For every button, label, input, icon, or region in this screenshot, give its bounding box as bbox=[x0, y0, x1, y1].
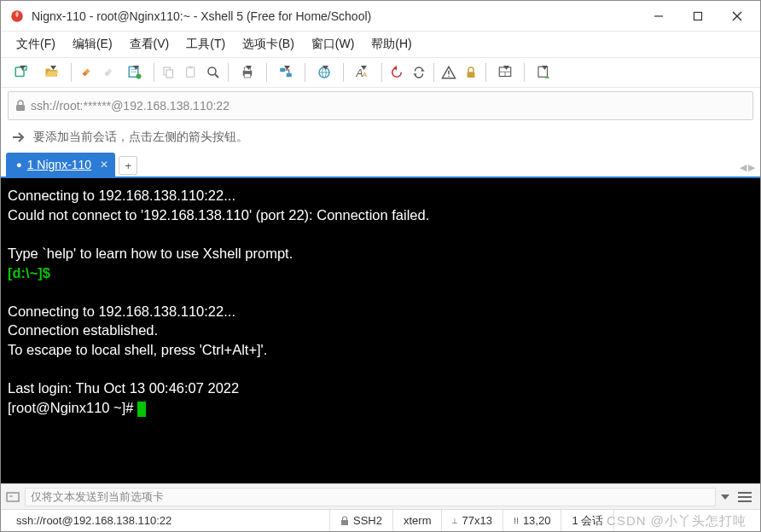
svg-marker-28 bbox=[284, 66, 290, 70]
svg-marker-53 bbox=[721, 494, 729, 500]
menu-edit[interactable]: 编辑(E) bbox=[64, 33, 121, 55]
status-pos: ⁞⁞13,20 bbox=[503, 510, 562, 531]
open-button[interactable] bbox=[37, 61, 67, 84]
svg-point-41 bbox=[448, 76, 450, 78]
svg-rect-2 bbox=[694, 12, 702, 20]
menu-view[interactable]: 查看(V) bbox=[121, 33, 178, 55]
status-term: xterm bbox=[393, 510, 443, 531]
terminal[interactable]: Connecting to 192.168.138.110:22... Coul… bbox=[1, 178, 760, 483]
menu-file[interactable]: 文件(F) bbox=[8, 33, 64, 55]
svg-rect-19 bbox=[189, 66, 193, 69]
svg-marker-9 bbox=[20, 66, 26, 70]
svg-rect-51 bbox=[7, 493, 19, 501]
new-session-button[interactable] bbox=[6, 61, 37, 84]
toolbar-separator bbox=[485, 63, 486, 82]
lock-icon bbox=[15, 100, 26, 112]
broadcast-icon bbox=[6, 491, 20, 503]
menu-tabs[interactable]: 选项卡(B) bbox=[234, 33, 303, 55]
app-icon bbox=[9, 9, 25, 24]
watermark: CSDN @小丫头怎打吨 bbox=[607, 513, 746, 529]
tab-active-indicator-icon: ● bbox=[16, 159, 22, 170]
address-text: ssh://root:******@192.168.138.110:22 bbox=[31, 99, 229, 113]
term-line: Connecting to 192.168.138.110:22... bbox=[8, 304, 235, 319]
browser-button[interactable] bbox=[309, 61, 340, 84]
tab-strip: ● 1 Nignx-110 ✕ + ◀ ▶ bbox=[1, 154, 760, 178]
menu-help[interactable]: 帮助(H) bbox=[363, 33, 420, 55]
term-line: Could not connect to '192.168.138.110' (… bbox=[8, 207, 429, 223]
title-bar: Nignx-110 - root@Nginx110:~ - Xshell 5 (… bbox=[1, 1, 760, 32]
lock-button[interactable] bbox=[460, 61, 482, 84]
print-button[interactable] bbox=[232, 61, 263, 84]
tab-prev-icon[interactable]: ◀ bbox=[740, 162, 746, 173]
hamburger-icon[interactable] bbox=[735, 487, 755, 507]
menu-window[interactable]: 窗口(W) bbox=[303, 33, 363, 55]
status-proto: SSH2 bbox=[330, 510, 393, 531]
broadcast-input[interactable]: 仅将文本发送到当前选项卡 bbox=[25, 488, 716, 506]
toolbar-separator bbox=[305, 63, 305, 82]
hint-text: 要添加当前会话，点击左侧的箭头按钮。 bbox=[33, 130, 248, 145]
broadcast-input-bar: 仅将文本发送到当前选项卡 bbox=[1, 483, 760, 509]
svg-point-20 bbox=[208, 67, 216, 75]
address-bar[interactable]: ssh://root:******@192.168.138.110:22 bbox=[8, 91, 753, 120]
maximize-button[interactable] bbox=[678, 1, 717, 31]
svg-marker-32 bbox=[322, 66, 328, 70]
toolbar-separator bbox=[343, 63, 344, 82]
toolbar-separator bbox=[228, 63, 229, 82]
paste-button[interactable] bbox=[180, 61, 202, 84]
svg-marker-37 bbox=[421, 69, 425, 71]
toolbar-separator bbox=[381, 63, 382, 82]
svg-rect-42 bbox=[468, 72, 475, 78]
broadcast-placeholder: 仅将文本发送到当前选项卡 bbox=[31, 489, 164, 505]
connect-button[interactable] bbox=[75, 61, 97, 84]
highlight-button[interactable] bbox=[438, 61, 460, 84]
status-size: ⟂77x13 bbox=[442, 510, 502, 531]
refresh-button[interactable] bbox=[386, 61, 408, 84]
menu-bar: 文件(F) 编辑(E) 查看(V) 工具(T) 选项卡(B) 窗口(W) 帮助(… bbox=[1, 32, 760, 57]
properties-button[interactable] bbox=[119, 61, 150, 84]
script-button[interactable] bbox=[528, 61, 559, 84]
status-bar: ssh://root@192.168.138.110:22 SSH2 xterm… bbox=[1, 509, 760, 531]
term-line: Connection established. bbox=[8, 322, 158, 338]
toolbar-separator bbox=[154, 63, 154, 82]
status-connection: ssh://root@192.168.138.110:22 bbox=[6, 510, 330, 531]
tab-nav: ◀ ▶ bbox=[740, 162, 755, 173]
term-prompt: [d:\~]$ bbox=[8, 265, 50, 280]
term-line: Last login: Thu Oct 13 00:46:07 2022 bbox=[8, 380, 239, 396]
find-button[interactable] bbox=[202, 61, 224, 84]
minimize-button[interactable] bbox=[639, 1, 678, 31]
copy-button[interactable] bbox=[158, 61, 180, 84]
tab-index: 1 bbox=[27, 158, 34, 171]
font-button[interactable]: AA bbox=[347, 61, 378, 84]
menu-tools[interactable]: 工具(T) bbox=[177, 33, 234, 55]
svg-rect-54 bbox=[341, 520, 348, 525]
tab-nginx110[interactable]: ● 1 Nignx-110 ✕ bbox=[6, 153, 115, 176]
toolbar-separator bbox=[524, 63, 525, 82]
window-title: Nignx-110 - root@Nginx110:~ - Xshell 5 (… bbox=[32, 9, 639, 23]
hint-arrow-icon[interactable] bbox=[11, 130, 26, 144]
layout-button[interactable] bbox=[490, 61, 520, 84]
close-button[interactable] bbox=[717, 1, 757, 31]
svg-marker-49 bbox=[542, 66, 548, 70]
svg-marker-25 bbox=[246, 66, 252, 70]
svg-marker-46 bbox=[503, 66, 509, 70]
term-prompt: [root@Nginx110 ~]# bbox=[8, 400, 137, 415]
disconnect-button[interactable] bbox=[97, 61, 119, 84]
broadcast-dropdown-icon[interactable] bbox=[721, 494, 729, 500]
svg-rect-50 bbox=[16, 105, 25, 111]
toolbar-separator bbox=[71, 63, 72, 82]
term-line: Type `help' to learn how to use Xshell p… bbox=[8, 246, 293, 261]
tab-next-icon[interactable]: ▶ bbox=[748, 162, 755, 173]
transfer-button[interactable] bbox=[270, 61, 301, 84]
svg-marker-15 bbox=[133, 66, 139, 70]
tab-close-button[interactable]: ✕ bbox=[96, 159, 108, 171]
tab-label: Nignx-110 bbox=[37, 158, 91, 171]
svg-marker-10 bbox=[50, 66, 56, 70]
term-line: Connecting to 192.168.138.110:22... bbox=[8, 188, 235, 203]
reconnect-button[interactable] bbox=[408, 61, 430, 84]
window-controls bbox=[639, 1, 757, 31]
svg-rect-17 bbox=[166, 70, 173, 78]
tab-add-button[interactable]: + bbox=[119, 156, 137, 175]
svg-marker-38 bbox=[413, 74, 417, 76]
hint-bar: 要添加当前会话，点击左侧的箭头按钮。 bbox=[1, 124, 760, 151]
lock-icon bbox=[340, 516, 349, 526]
